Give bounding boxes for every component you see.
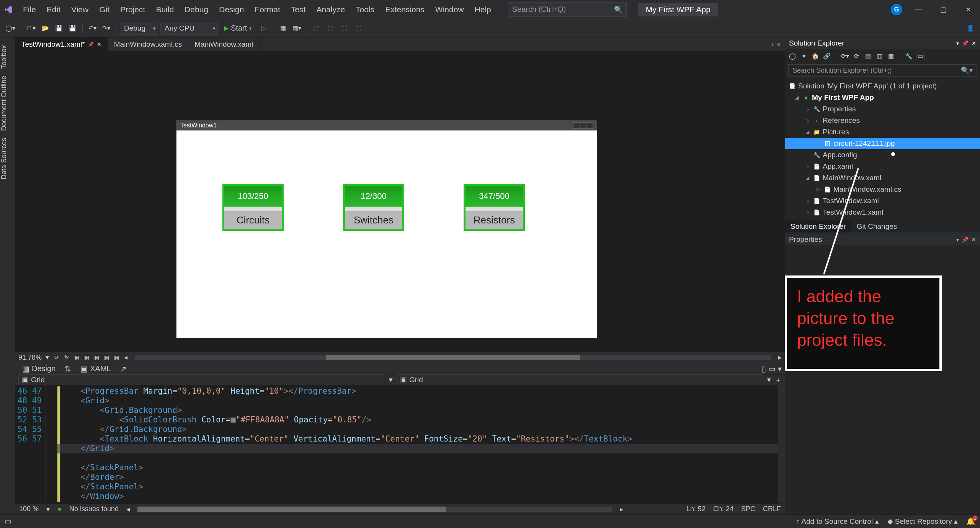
menu-extensions[interactable]: Extensions xyxy=(380,3,430,16)
tree-picture-file[interactable]: 🖼circuit-1242111.jpg xyxy=(785,138,980,149)
designer-surface[interactable]: TestWindow1 103/250 Circuits 12/300 Swit… xyxy=(15,51,785,352)
se-view-icon[interactable]: ▦ xyxy=(887,52,895,60)
select-repository[interactable]: ◆ Select Repository ▴ xyxy=(887,517,958,526)
redo-button[interactable]: ↷▾ xyxy=(100,22,112,34)
global-search-input[interactable]: Search (Ctrl+Q) 🔍 xyxy=(508,2,627,17)
undo-button[interactable]: ↶▾ xyxy=(87,22,98,34)
menu-window[interactable]: Window xyxy=(430,3,469,16)
design-canvas[interactable]: TestWindow1 103/250 Circuits 12/300 Swit… xyxy=(176,120,597,338)
editor-zoom[interactable]: 100 % xyxy=(19,505,39,513)
se-prop-icon[interactable]: 🔧 xyxy=(905,52,913,60)
xaml-editor[interactable]: 46 47 48 49 50 51 52 53 54 55 56 57 <Pro… xyxy=(15,385,785,504)
se-preview-icon[interactable]: ▭ xyxy=(916,52,924,60)
document-outline-tab[interactable]: Document Outline xyxy=(0,76,15,131)
open-button[interactable]: 📂 xyxy=(39,22,51,34)
output-icon[interactable]: ▭ xyxy=(5,517,11,526)
tree-mainxaml[interactable]: ◢📄MainWindow.xaml xyxy=(785,172,980,184)
crumb-left[interactable]: ▣ Grid xyxy=(18,374,385,385)
tree-project[interactable]: ◢▣My First WPF App xyxy=(785,92,980,103)
minimize-button[interactable]: — xyxy=(910,4,927,15)
menu-project[interactable]: Project xyxy=(115,3,150,16)
fit-icon[interactable]: ⟳ xyxy=(53,354,60,361)
snap4-icon[interactable]: ▦ xyxy=(113,354,120,361)
maximize-button[interactable]: ▢ xyxy=(935,4,952,15)
pin-icon[interactable]: 📌 xyxy=(88,42,94,47)
panel-close-icon[interactable]: ✕ xyxy=(972,236,976,243)
zoom-level[interactable]: 91.78% xyxy=(18,354,42,362)
card-circuits[interactable]: 103/250 Circuits xyxy=(222,184,284,231)
grid-icon[interactable]: ▦ xyxy=(73,354,80,361)
panel-dropdown-icon[interactable]: ▾ xyxy=(956,40,959,46)
menu-edit[interactable]: Edit xyxy=(41,3,66,16)
se-refresh-icon[interactable]: ⟳▾ xyxy=(841,52,849,60)
tb-icon-2[interactable]: ▦▾ xyxy=(291,22,303,34)
menu-build[interactable]: Build xyxy=(150,3,179,16)
start-without-debug-button[interactable]: ▷ xyxy=(258,22,269,34)
toolbox-tab[interactable]: Toolbox xyxy=(0,45,15,69)
se-fwd-icon[interactable]: ▾ xyxy=(800,52,808,60)
close-button[interactable]: ✕ xyxy=(960,4,977,15)
tree-mainxamlcs[interactable]: ▷📄MainWindow.xaml.cs xyxy=(785,184,980,195)
panel-pin-icon[interactable]: 📌 xyxy=(962,40,969,46)
tab-mainwindow-xaml[interactable]: MainWindow.xaml xyxy=(188,37,260,51)
se-home-icon[interactable]: 🏠 xyxy=(811,52,820,60)
se-search-input[interactable]: Search Solution Explorer (Ctrl+;) 🔍▾ xyxy=(788,64,977,77)
menu-file[interactable]: File xyxy=(18,3,41,16)
user-avatar[interactable]: G xyxy=(891,4,902,15)
xaml-view-tab[interactable]: ▣ XAML xyxy=(77,363,114,374)
live-share-button[interactable]: 👤 xyxy=(965,22,976,34)
data-sources-tab[interactable]: Data Sources xyxy=(0,138,15,179)
issues-text[interactable]: No issues found xyxy=(69,505,119,513)
tree-solution-root[interactable]: 📑Solution 'My First WPF App' (1 of 1 pro… xyxy=(785,80,980,92)
tree-properties[interactable]: ▷🔧Properties xyxy=(785,103,980,115)
tb-icon-1[interactable]: ▦ xyxy=(277,22,289,34)
nav-back-button[interactable]: ◯▾ xyxy=(4,22,17,34)
fx-icon[interactable]: fx xyxy=(63,354,70,361)
menu-design[interactable]: Design xyxy=(214,3,249,16)
se-back-icon[interactable]: ◯ xyxy=(788,52,797,60)
design-view-tab[interactable]: ▦ Design xyxy=(18,363,59,374)
platform-dropdown[interactable]: Any CPU xyxy=(160,22,218,35)
tree-appxaml[interactable]: ▷📄App.xaml xyxy=(785,161,980,172)
menu-format[interactable]: Format xyxy=(249,3,286,16)
snap-icon[interactable]: ▦ xyxy=(83,354,90,361)
menu-analyze[interactable]: Analyze xyxy=(311,3,350,16)
split-h-icon[interactable]: ▯ xyxy=(762,364,766,373)
editor-vscroll[interactable] xyxy=(778,385,785,504)
tab-testwindow1[interactable]: TestWindow1.xaml* 📌 ✕ xyxy=(15,37,108,51)
collapse-icon[interactable]: ▾ xyxy=(778,364,782,373)
card-switches[interactable]: 12/300 Switches xyxy=(343,184,404,231)
indent-mode[interactable]: SPC xyxy=(741,505,755,513)
notifications-bell-icon[interactable]: 🔔1 xyxy=(966,517,975,526)
snap2-icon[interactable]: ▦ xyxy=(93,354,100,361)
add-to-source-control[interactable]: ↑ Add to Source Control ▴ xyxy=(796,517,879,526)
panel-dropdown-icon[interactable]: ▾ xyxy=(956,236,959,243)
se-refresh2-icon[interactable]: ⟳ xyxy=(852,52,861,60)
tree-appconfig[interactable]: 🔧App.config xyxy=(785,149,980,161)
tree-testwindow1[interactable]: ▷📄TestWindow1.xaml xyxy=(785,207,980,218)
designer-hscroll[interactable] xyxy=(135,355,771,360)
menu-test[interactable]: Test xyxy=(286,3,311,16)
popout-icon[interactable]: ↗ xyxy=(120,364,127,373)
menu-git[interactable]: Git xyxy=(94,3,115,16)
tree-testwindow[interactable]: ▷📄TestWindow.xaml xyxy=(785,195,980,207)
menu-debug[interactable]: Debug xyxy=(179,3,214,16)
tree-pictures-folder[interactable]: ◢📁Pictures xyxy=(785,126,980,138)
tab-overflow-icon[interactable]: ▾ xyxy=(771,42,774,47)
card-resistors[interactable]: 347/500 Resistors xyxy=(464,184,525,231)
tab-git-changes[interactable]: Git Changes xyxy=(851,221,903,233)
snap3-icon[interactable]: ▦ xyxy=(103,354,110,361)
tab-settings-gear-icon[interactable]: ⚙ xyxy=(777,42,781,47)
save-all-button[interactable]: 💾 xyxy=(67,22,78,34)
crumb-right[interactable]: ▣ Grid xyxy=(397,374,763,385)
menu-tools[interactable]: Tools xyxy=(350,3,380,16)
editor-hscroll[interactable] xyxy=(137,507,612,512)
se-sync-icon[interactable]: 🔗 xyxy=(823,52,831,60)
panel-close-icon[interactable]: ✕ xyxy=(972,40,976,46)
se-showall-icon[interactable]: ▥ xyxy=(875,52,884,60)
config-dropdown[interactable]: Debug xyxy=(120,22,158,35)
split-v-icon[interactable]: ▭ xyxy=(768,364,776,373)
close-icon[interactable]: ✕ xyxy=(97,41,101,47)
tree-references[interactable]: ▷▫References xyxy=(785,115,980,126)
start-debug-button[interactable]: ▶ Start ▾ xyxy=(220,22,255,35)
